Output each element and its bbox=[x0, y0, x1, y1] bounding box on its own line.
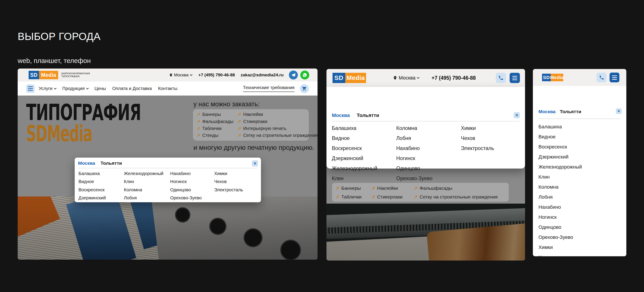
city-item[interactable]: Одинцово bbox=[170, 187, 191, 192]
city-item[interactable]: Лобня bbox=[538, 194, 552, 200]
city-item[interactable]: Одинцово bbox=[538, 225, 561, 230]
city-item[interactable]: Электросталь bbox=[461, 145, 494, 151]
city-item[interactable]: Коломна bbox=[124, 187, 142, 192]
city-selector[interactable]: Москва bbox=[169, 73, 192, 77]
city-item[interactable]: Клин bbox=[124, 179, 134, 184]
tab-togliatti[interactable]: Тольятти bbox=[560, 109, 582, 114]
city-modal: Москва Тольятти ✕ Балашиха Видное Воскре… bbox=[75, 158, 261, 202]
city-item[interactable]: Дзержинский bbox=[332, 155, 363, 161]
city-item[interactable]: Орехово-Зуево bbox=[396, 175, 432, 181]
product-link[interactable]: ↗Интерьерную печать bbox=[238, 126, 286, 131]
city-item[interactable]: Балашиха bbox=[78, 171, 100, 176]
tab-togliatti[interactable]: Тольятти bbox=[357, 113, 379, 118]
city-item[interactable]: Орехово-Зуево bbox=[170, 195, 202, 200]
city-item[interactable]: Балашиха bbox=[538, 124, 562, 130]
city-item[interactable]: Воскресенск bbox=[78, 187, 104, 192]
close-button[interactable]: ✕ bbox=[514, 112, 520, 118]
city-item[interactable]: Видное bbox=[332, 135, 350, 141]
product-link[interactable]: ↗Таблички bbox=[336, 194, 362, 200]
product-link[interactable]: ↗Наклейки bbox=[371, 185, 398, 191]
phone-icon bbox=[599, 75, 604, 80]
phone-link[interactable]: +7 (495) 790-46-88 bbox=[198, 73, 235, 77]
city-item[interactable]: Чехов bbox=[538, 255, 552, 256]
city-item[interactable]: Нахабино bbox=[170, 171, 190, 176]
tab-moscow[interactable]: Москва bbox=[78, 160, 95, 166]
nav-item-prices[interactable]: Цены bbox=[94, 86, 106, 91]
city-item[interactable]: Лобня bbox=[124, 195, 137, 200]
hero-title-line2: SDMedia bbox=[26, 123, 92, 145]
city-item[interactable]: Видное bbox=[78, 179, 94, 184]
order-title: у нас можно заказать: bbox=[194, 101, 260, 108]
city-item[interactable]: Электросталь bbox=[214, 187, 243, 192]
city-item[interactable]: Железнодорожный bbox=[124, 171, 164, 176]
tab-togliatti[interactable]: Тольятти bbox=[100, 160, 122, 166]
arrow-up-right-icon: ↗ bbox=[196, 112, 200, 117]
city-item[interactable]: Нахабино bbox=[538, 204, 561, 210]
product-link[interactable]: ↗Стикерпаки bbox=[371, 194, 402, 200]
nav-item-payment-delivery[interactable]: Оплата и Доставка bbox=[112, 86, 152, 91]
product-link[interactable]: ↗Сетку на строительные ограждения bbox=[414, 194, 498, 200]
city-item[interactable]: Орехово-Зуево bbox=[538, 235, 573, 240]
tab-moscow[interactable]: Москва bbox=[538, 109, 556, 114]
current-city: Москва bbox=[399, 75, 416, 81]
tech-requirements-link[interactable]: Технические требования bbox=[243, 85, 294, 92]
menu-button[interactable] bbox=[510, 73, 520, 83]
city-item[interactable]: Видное bbox=[538, 134, 556, 140]
product-link[interactable]: ↗Наклейки bbox=[238, 112, 263, 117]
product-link[interactable]: ↗Сетку на строительные ограждения bbox=[238, 133, 318, 138]
city-item[interactable]: Дзержинский bbox=[538, 154, 568, 160]
city-item[interactable]: Клин bbox=[538, 174, 550, 180]
telegram-button[interactable] bbox=[289, 71, 298, 79]
menu-button[interactable] bbox=[26, 84, 35, 93]
city-item[interactable]: Ногинск bbox=[538, 215, 556, 220]
city-item[interactable]: Ногинск bbox=[396, 155, 415, 161]
nav-item-contacts[interactable]: Контакты bbox=[158, 86, 177, 91]
chevron-down-icon bbox=[417, 76, 419, 79]
product-link[interactable]: ↗Таблички bbox=[196, 126, 222, 131]
phone-link[interactable]: +7 (495) 790-46-88 bbox=[432, 75, 476, 81]
product-link[interactable]: ↗Баннеры bbox=[196, 112, 221, 117]
close-button[interactable]: ✕ bbox=[252, 160, 258, 166]
nav-item-products[interactable]: Продукция bbox=[62, 86, 88, 91]
city-item[interactable]: Дзержинский bbox=[78, 195, 106, 200]
city-selector[interactable]: Москва bbox=[393, 75, 419, 81]
tablet-mockup: ↗Баннеры ↗Наклейки ↗Фальшфасады ↗Табличк… bbox=[326, 69, 525, 261]
city-item[interactable]: Железнодорожный bbox=[538, 164, 582, 170]
logo-sd: SD bbox=[332, 73, 345, 83]
call-button[interactable] bbox=[496, 73, 506, 83]
whatsapp-button[interactable] bbox=[300, 71, 309, 79]
city-item[interactable]: Химки bbox=[461, 125, 476, 131]
logo[interactable]: SD Media bbox=[332, 73, 366, 83]
product-link[interactable]: ↗Стикерпаки bbox=[238, 119, 268, 124]
city-item[interactable]: Воскресенск bbox=[332, 145, 362, 151]
product-link[interactable]: ↗Баннеры bbox=[336, 185, 361, 191]
logo[interactable]: SD Media bbox=[542, 74, 563, 81]
email-link[interactable]: zakaz@sdmedia24.ru bbox=[240, 73, 284, 77]
product-link[interactable]: ↗Стенды bbox=[196, 133, 218, 138]
city-item[interactable]: Воскресенск bbox=[538, 144, 567, 149]
cart-button[interactable] bbox=[300, 84, 309, 93]
city-item[interactable]: Коломна bbox=[538, 184, 558, 190]
city-item[interactable]: Балашиха bbox=[332, 125, 356, 131]
nav-item-services[interactable]: Услуги bbox=[39, 86, 56, 91]
city-item[interactable]: Ногинск bbox=[170, 179, 187, 184]
city-item[interactable]: Чехов bbox=[214, 179, 227, 184]
close-button[interactable]: ✕ bbox=[616, 108, 622, 114]
tab-moscow[interactable]: Москва bbox=[332, 113, 350, 118]
city-item[interactable]: Коломна bbox=[396, 125, 417, 131]
city-item[interactable]: Химки bbox=[538, 245, 553, 250]
desktop-nav: Услуги Продукция Цены Оплата и Доставка … bbox=[18, 81, 318, 96]
menu-button[interactable] bbox=[610, 73, 620, 82]
city-item[interactable]: Нахабино bbox=[396, 145, 420, 151]
product-link[interactable]: ↗Фальшфасады bbox=[196, 119, 234, 124]
city-item[interactable]: Чехов bbox=[461, 135, 475, 141]
city-item[interactable]: Железнодорожный bbox=[332, 165, 377, 171]
city-item[interactable]: Химки bbox=[214, 171, 227, 176]
logo[interactable]: SD Media bbox=[28, 71, 58, 79]
divider bbox=[332, 121, 520, 122]
call-button[interactable] bbox=[596, 73, 606, 82]
city-item[interactable]: Клин bbox=[332, 175, 344, 181]
city-item[interactable]: Одинцово bbox=[396, 165, 420, 171]
city-item[interactable]: Лобня bbox=[396, 135, 411, 141]
product-link[interactable]: ↗Фальшфасады bbox=[414, 185, 452, 191]
